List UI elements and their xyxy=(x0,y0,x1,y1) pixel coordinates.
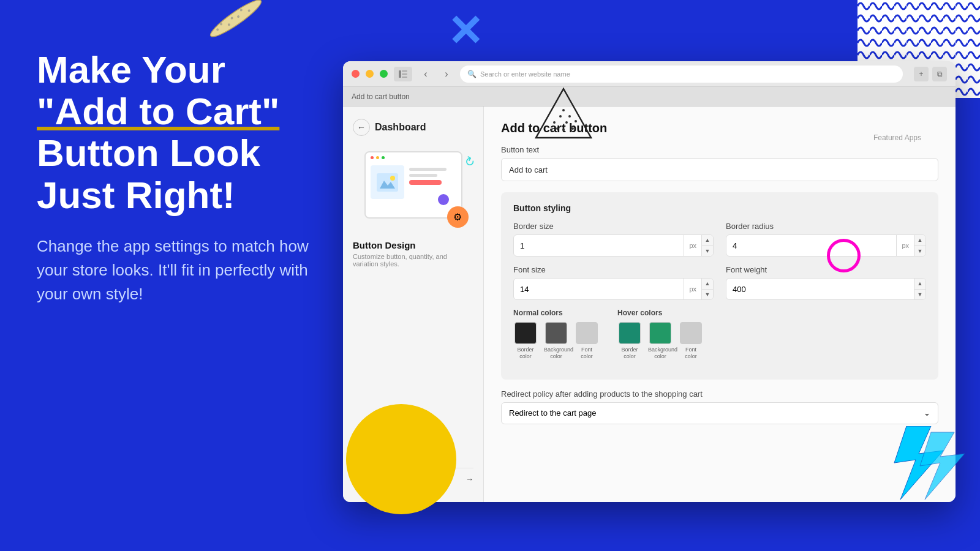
sidebar-section-desc: Customize button, quantity, and variatio… xyxy=(353,253,473,268)
button-styling-title: Button styling xyxy=(513,203,926,213)
svg-point-15 xyxy=(571,127,574,130)
border-radius-input[interactable]: px ▲ ▼ xyxy=(726,234,926,257)
monitor-graphic xyxy=(364,151,462,219)
svg-point-17 xyxy=(562,109,565,111)
svg-point-19 xyxy=(550,129,552,131)
hover-colors-swatches: Border color Background color Font color xyxy=(617,322,703,360)
normal-colors-title: Normal colors xyxy=(513,309,599,317)
svg-point-18 xyxy=(568,115,571,118)
font-weight-input[interactable]: ▲ ▼ xyxy=(726,278,926,300)
hover-font-color-swatch[interactable] xyxy=(680,322,702,344)
border-radius-unit: px xyxy=(896,235,914,256)
button-text-input[interactable] xyxy=(501,158,938,181)
border-row: Border size px ▲ ▼ Border radius xyxy=(513,222,926,257)
font-weight-up[interactable]: ▲ xyxy=(914,279,925,290)
tab-label[interactable]: Add to cart button xyxy=(352,92,410,101)
font-size-group: Font size px ▲ ▼ xyxy=(513,265,714,300)
url-bar[interactable]: 🔍 Search or enter website name xyxy=(460,66,903,83)
normal-font-color-group: Font color xyxy=(575,322,599,360)
forward-button[interactable]: › xyxy=(439,67,454,81)
button-text-label: Button text xyxy=(501,145,938,154)
border-radius-down[interactable]: ▼ xyxy=(914,246,925,257)
normal-bg-color-label: Background color xyxy=(544,347,568,360)
gear-decoration: ⚙ xyxy=(447,206,469,228)
triangle-icon xyxy=(533,86,594,143)
font-weight-down[interactable]: ▼ xyxy=(914,290,925,300)
sidebar-illustration: ⚙ ↻ xyxy=(358,148,469,228)
traffic-light-green[interactable] xyxy=(380,70,388,78)
svg-point-12 xyxy=(553,121,556,124)
border-radius-up[interactable]: ▲ xyxy=(914,235,925,246)
border-radius-label: Border radius xyxy=(726,222,926,231)
traffic-light-red[interactable] xyxy=(352,70,360,78)
svg-rect-24 xyxy=(399,70,401,78)
border-size-stepper[interactable]: ▲ ▼ xyxy=(701,235,713,256)
hover-border-color-swatch[interactable] xyxy=(619,322,641,344)
hover-bg-color-swatch[interactable] xyxy=(649,322,671,344)
lightning-icon xyxy=(870,426,980,502)
featured-apps-label[interactable]: Featured Apps xyxy=(873,133,921,142)
back-button[interactable]: ‹ xyxy=(418,67,433,81)
yellow-circle-decoration xyxy=(346,404,456,514)
font-size-value[interactable] xyxy=(514,285,684,294)
redirect-section: Redirect policy after adding products to… xyxy=(501,389,938,424)
svg-point-20 xyxy=(575,120,577,122)
font-size-up[interactable]: ▲ xyxy=(702,279,713,290)
headline-line2: "Add to Cart" xyxy=(37,90,279,132)
new-tab-button[interactable]: + xyxy=(914,67,929,81)
arrow-decoration: ↻ xyxy=(461,152,478,170)
hover-bg-color-label: Background color xyxy=(648,347,673,360)
hover-colors-section: Hover colors Border color Background col… xyxy=(617,309,703,360)
font-weight-value[interactable] xyxy=(726,285,914,294)
x-icon: ✕ xyxy=(447,6,483,56)
normal-font-color-swatch[interactable] xyxy=(576,322,598,344)
normal-colors-swatches: Border color Background color Font color xyxy=(513,322,599,360)
traffic-light-yellow[interactable] xyxy=(366,70,374,78)
left-panel: Make Your "Add to Cart" Button Look Just… xyxy=(0,0,349,551)
sidebar-dashboard-label: Dashboard xyxy=(375,122,426,133)
font-weight-stepper[interactable]: ▲ ▼ xyxy=(914,279,925,299)
border-size-down[interactable]: ▼ xyxy=(702,246,713,257)
border-size-up[interactable]: ▲ xyxy=(702,235,713,246)
normal-bg-color-swatch[interactable] xyxy=(545,322,567,344)
border-size-group: Border size px ▲ ▼ xyxy=(513,222,714,257)
body-text: Change the app settings to match how you… xyxy=(37,234,312,306)
normal-bg-color-group: Background color xyxy=(544,322,568,360)
border-radius-value[interactable] xyxy=(726,241,896,250)
svg-point-30 xyxy=(390,176,395,181)
normal-border-color-swatch[interactable] xyxy=(514,322,537,344)
normal-font-color-label: Font color xyxy=(575,347,599,360)
svg-point-14 xyxy=(565,121,568,124)
font-weight-label: Font weight xyxy=(726,265,926,274)
hover-colors-title: Hover colors xyxy=(617,309,703,317)
redirect-select[interactable]: Redirect to the cart page ⌄ xyxy=(501,402,938,424)
headline-line3: Button Look xyxy=(37,132,260,174)
back-arrow-icon[interactable]: ← xyxy=(353,119,370,136)
pink-circle-decoration xyxy=(827,239,861,272)
headline: Make Your "Add to Cart" Button Look Just… xyxy=(37,49,312,216)
font-row: Font size px ▲ ▼ Font weight xyxy=(513,265,926,300)
windows-button[interactable]: ⧉ xyxy=(932,67,947,81)
font-size-input[interactable]: px ▲ ▼ xyxy=(513,278,714,300)
border-radius-stepper[interactable]: ▲ ▼ xyxy=(914,235,925,256)
sidebar-button-design[interactable]: Button Design Customize button, quantity… xyxy=(353,240,473,268)
svg-point-13 xyxy=(559,115,562,118)
font-size-down[interactable]: ▼ xyxy=(702,290,713,300)
sidebar-toggle-button[interactable] xyxy=(394,67,412,81)
illus-image xyxy=(371,165,404,199)
svg-rect-25 xyxy=(402,70,407,72)
font-size-stepper[interactable]: ▲ ▼ xyxy=(701,279,713,299)
border-size-value[interactable] xyxy=(514,241,684,250)
hover-font-color-group: Font color xyxy=(679,322,703,360)
url-text: Search or enter website name xyxy=(480,70,570,78)
sidebar-back-nav[interactable]: ← Dashboard xyxy=(353,119,473,136)
colors-row: Normal colors Border color Background co… xyxy=(513,309,926,369)
hover-font-color-label: Font color xyxy=(679,347,703,360)
sidebar-section-title: Button Design xyxy=(353,240,473,250)
border-radius-group: Border radius px ▲ ▼ xyxy=(726,222,926,257)
hover-bg-color-group: Background color xyxy=(648,322,673,360)
headline-line1: Make Your xyxy=(37,48,225,91)
headline-line4: Just Right! xyxy=(37,174,235,216)
svg-point-21 xyxy=(562,129,565,131)
border-size-input[interactable]: px ▲ ▼ xyxy=(513,234,714,257)
